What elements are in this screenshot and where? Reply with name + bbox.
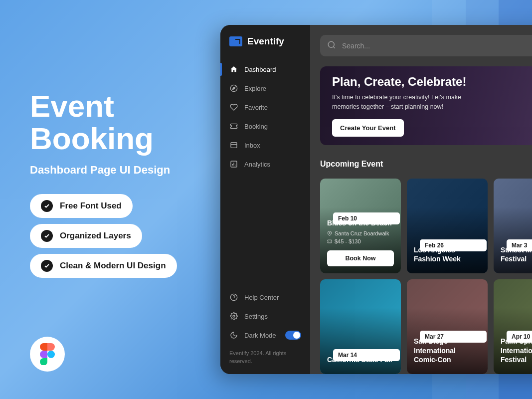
nav-label: Explore xyxy=(244,85,266,92)
svg-point-17 xyxy=(329,232,331,234)
home-icon xyxy=(229,65,238,74)
ticket-icon xyxy=(229,122,238,131)
feature-pill: Free Font Used xyxy=(30,194,133,218)
svg-line-12 xyxy=(333,46,335,48)
nav-label: Inbox xyxy=(244,142,260,149)
hero-body: It's time to celebrate your creativity! … xyxy=(332,93,482,112)
svg-point-0 xyxy=(47,351,55,358)
promo-title: EventBooking xyxy=(30,90,177,155)
nav-label: Dashboard xyxy=(244,66,276,73)
copyright-text: Eventify 2024. All rights reserved. xyxy=(220,345,310,365)
event-cards-row: Mar 14 California State Fair Mar 27 San … xyxy=(310,279,532,374)
event-title: Palm Springs International Festival xyxy=(501,337,532,364)
search-icon xyxy=(327,40,336,51)
event-title: San Diego International Comic-Con xyxy=(414,337,481,364)
brand-logo[interactable]: Eventify xyxy=(220,25,310,56)
dark-mode-label: Dark Mode xyxy=(244,332,276,339)
sidebar-item-favorite[interactable]: Favorite xyxy=(220,98,310,117)
event-location: Santa Cruz Boardwalk xyxy=(327,230,394,236)
event-card[interactable]: Mar 3 Sunset Music Festival xyxy=(494,179,532,273)
help-icon xyxy=(229,293,238,302)
event-cards-row: Feb 10 Blues on the Beach Santa Cruz Boa… xyxy=(310,179,532,273)
event-price: $45 - $130 xyxy=(327,238,394,244)
hero-title: Plan, Create, Celebrate! xyxy=(332,75,532,89)
ticket-logo-icon xyxy=(229,36,242,46)
nav-label: Settings xyxy=(244,313,268,320)
event-title: Sunset Music Festival xyxy=(501,245,532,263)
compass-icon xyxy=(229,84,238,93)
sidebar-item-settings[interactable]: Settings xyxy=(220,307,310,326)
dark-mode-toggle[interactable] xyxy=(285,331,301,340)
promo-panel: EventBooking Dashboard Page UI Design Fr… xyxy=(30,90,177,284)
sidebar-item-analytics[interactable]: Analytics xyxy=(220,155,310,174)
sidebar-item-inbox[interactable]: Inbox xyxy=(220,136,310,155)
moon-icon xyxy=(229,331,238,340)
event-title: California State Fair xyxy=(327,355,394,364)
section-header: Upcoming Event All Category Da xyxy=(310,145,532,179)
nav-label: Analytics xyxy=(244,161,270,168)
svg-point-11 xyxy=(328,41,334,47)
nav-label: Favorite xyxy=(244,104,268,111)
event-title: Blues on the Beach xyxy=(327,218,394,227)
check-icon xyxy=(41,260,53,272)
hero-banner: Plan, Create, Celebrate! It's time to ce… xyxy=(320,66,532,145)
event-card[interactable]: Feb 26 Los Angeles Fashion Week xyxy=(407,179,488,273)
feature-label: Organized Layers xyxy=(60,231,131,241)
search-bar[interactable] xyxy=(320,35,532,56)
inbox-icon xyxy=(229,141,238,150)
event-card[interactable]: Mar 14 California State Fair xyxy=(320,279,401,374)
figma-logo-icon xyxy=(30,337,65,372)
sidebar-item-help[interactable]: Help Center xyxy=(220,288,310,307)
gear-icon xyxy=(229,312,238,321)
nav-label: Help Center xyxy=(244,294,279,301)
feature-pill: Clean & Modern UI Design xyxy=(30,254,177,278)
book-now-button[interactable]: Book Now xyxy=(327,250,394,266)
promo-subtitle: Dashboard Page UI Design xyxy=(30,164,177,177)
nav-label: Booking xyxy=(244,123,268,130)
chart-icon xyxy=(229,160,238,169)
sidebar-item-booking[interactable]: Booking xyxy=(220,117,310,136)
search-input[interactable] xyxy=(342,42,532,50)
feature-label: Free Font Used xyxy=(60,201,122,211)
main-content: Plan, Create, Celebrate! It's time to ce… xyxy=(310,25,532,374)
heart-icon xyxy=(229,103,238,112)
brand-name: Eventify xyxy=(247,36,284,47)
sidebar-item-dashboard[interactable]: Dashboard xyxy=(220,60,310,79)
sidebar-bottom: Help Center Settings Dark Mode Eventify … xyxy=(220,284,310,374)
section-title: Upcoming Event xyxy=(320,160,532,169)
sidebar-item-explore[interactable]: Explore xyxy=(220,79,310,98)
main-nav: Dashboard Explore Favorite Booking Inbox… xyxy=(220,56,310,178)
check-icon xyxy=(41,200,53,212)
event-title: Los Angeles Fashion Week xyxy=(414,245,481,263)
feature-label: Clean & Modern UI Design xyxy=(60,261,166,271)
app-window: Eventify Dashboard Explore Favorite Book… xyxy=(220,25,532,374)
check-icon xyxy=(41,230,53,242)
event-card[interactable]: Feb 10 Blues on the Beach Santa Cruz Boa… xyxy=(320,179,401,273)
svg-marker-2 xyxy=(232,87,235,89)
svg-point-10 xyxy=(233,315,235,317)
sidebar: Eventify Dashboard Explore Favorite Book… xyxy=(220,25,310,374)
feature-pill: Organized Layers xyxy=(30,224,142,248)
event-card[interactable]: Mar 27 San Diego International Comic-Con xyxy=(407,279,488,374)
dark-mode-row: Dark Mode xyxy=(220,326,310,345)
event-card[interactable]: Apr 10 Palm Springs International Festiv… xyxy=(494,279,532,374)
create-event-button[interactable]: Create Your Event xyxy=(332,119,404,137)
svg-rect-3 xyxy=(231,143,237,148)
